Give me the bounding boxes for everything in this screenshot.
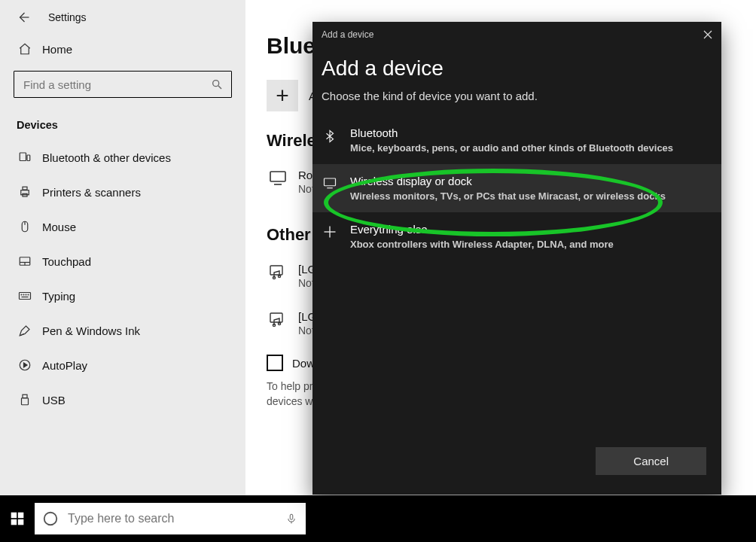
svg-point-15 xyxy=(26,294,26,295)
svg-point-14 xyxy=(23,294,24,295)
autoplay-icon xyxy=(17,358,33,372)
start-button[interactable] xyxy=(0,495,35,542)
taskbar-search-input[interactable] xyxy=(66,511,286,526)
svg-rect-3 xyxy=(21,190,29,195)
cancel-button[interactable]: Cancel xyxy=(596,447,706,475)
mouse-icon xyxy=(17,220,33,233)
add-device-dialog: Add a device Add a device Choose the kin… xyxy=(312,22,721,495)
sidebar-item-usb[interactable]: USB xyxy=(0,382,245,417)
svg-rect-22 xyxy=(270,266,282,275)
display-icon xyxy=(322,176,338,190)
sidebar-item-typing[interactable]: Typing xyxy=(0,279,245,313)
settings-search[interactable] xyxy=(14,71,232,98)
svg-point-13 xyxy=(21,294,22,295)
sidebar-item-label: Printers & scanners xyxy=(42,186,141,199)
svg-rect-37 xyxy=(290,514,293,519)
sidebar-item-label: Typing xyxy=(42,290,75,303)
sidebar-item-touchpad[interactable]: Touchpad xyxy=(0,244,245,279)
svg-rect-32 xyxy=(11,513,17,519)
media-device-icon xyxy=(267,310,289,328)
dialog-option-bluetooth[interactable]: Bluetooth Mice, keyboards, pens, or audi… xyxy=(312,116,721,164)
plus-icon xyxy=(322,224,338,239)
svg-point-0 xyxy=(213,81,219,87)
home-icon xyxy=(17,42,33,56)
taskbar-search[interactable] xyxy=(35,503,306,534)
dialog-title-small: Add a device xyxy=(322,29,373,40)
dialog-option-desc: Wireless monitors, TVs, or PCs that use … xyxy=(350,190,666,202)
media-device-icon xyxy=(267,263,289,281)
svg-rect-20 xyxy=(270,172,285,181)
dialog-option-title: Bluetooth xyxy=(350,126,673,139)
taskbar xyxy=(0,495,756,542)
settings-sidebar: Settings Home Devices xyxy=(0,0,245,495)
dialog-heading: Add a device xyxy=(322,56,721,81)
pen-icon xyxy=(17,324,33,337)
plus-icon: + xyxy=(267,80,298,111)
sidebar-item-label: Pen & Windows Ink xyxy=(42,324,140,337)
search-icon xyxy=(211,78,223,90)
svg-rect-2 xyxy=(27,155,30,161)
sidebar-item-label: Touchpad xyxy=(42,255,91,268)
cortana-icon xyxy=(42,510,59,527)
sidebar-item-mouse[interactable]: Mouse xyxy=(0,209,245,244)
svg-rect-33 xyxy=(18,513,24,519)
svg-point-16 xyxy=(28,294,29,295)
printer-icon xyxy=(17,185,33,199)
monitor-icon xyxy=(267,169,289,187)
sidebar-item-label: Bluetooth & other devices xyxy=(42,151,171,164)
svg-rect-34 xyxy=(11,519,17,525)
checkbox-icon[interactable] xyxy=(267,355,283,371)
dialog-option-title: Everything else xyxy=(350,223,614,236)
sidebar-home[interactable]: Home xyxy=(0,32,245,66)
dialog-option-desc: Xbox controllers with Wireless Adapter, … xyxy=(350,239,614,250)
sidebar-section-label: Devices xyxy=(0,105,245,140)
back-icon[interactable] xyxy=(17,11,30,24)
dialog-option-desc: Mice, keyboards, pens, or audio and othe… xyxy=(350,142,673,154)
svg-rect-11 xyxy=(20,293,31,300)
sidebar-home-label: Home xyxy=(42,43,72,56)
sidebar-item-autoplay[interactable]: AutoPlay xyxy=(0,348,245,382)
dialog-option-title: Wireless display or dock xyxy=(350,175,666,187)
sidebar-item-label: USB xyxy=(42,394,66,406)
svg-rect-4 xyxy=(23,187,27,190)
sidebar-item-label: Mouse xyxy=(42,221,76,233)
settings-search-input[interactable] xyxy=(14,71,232,98)
bluetooth-icon xyxy=(322,128,338,145)
touchpad-icon xyxy=(17,254,33,268)
usb-icon xyxy=(17,393,33,406)
svg-rect-19 xyxy=(22,398,29,405)
svg-rect-18 xyxy=(23,394,27,398)
dialog-option-wireless-display[interactable]: Wireless display or dock Wireless monito… xyxy=(312,164,721,212)
dialog-subtitle: Choose the kind of device you want to ad… xyxy=(322,90,721,102)
sidebar-item-bluetooth-devices[interactable]: Bluetooth & other devices xyxy=(0,140,245,175)
sidebar-item-printers[interactable]: Printers & scanners xyxy=(0,175,245,209)
svg-rect-1 xyxy=(20,153,26,161)
close-icon[interactable] xyxy=(703,30,712,39)
svg-rect-28 xyxy=(325,178,336,186)
svg-rect-25 xyxy=(270,313,282,322)
dialog-option-everything-else[interactable]: Everything else Xbox controllers with Wi… xyxy=(312,212,721,260)
sidebar-item-label: AutoPlay xyxy=(42,359,87,372)
settings-header-title: Settings xyxy=(48,11,87,23)
keyboard-icon xyxy=(17,289,33,303)
sidebar-item-pen[interactable]: Pen & Windows Ink xyxy=(0,313,245,348)
devices-icon xyxy=(17,151,33,164)
svg-rect-35 xyxy=(18,519,24,525)
svg-point-36 xyxy=(44,513,57,525)
microphone-icon[interactable] xyxy=(286,511,297,526)
